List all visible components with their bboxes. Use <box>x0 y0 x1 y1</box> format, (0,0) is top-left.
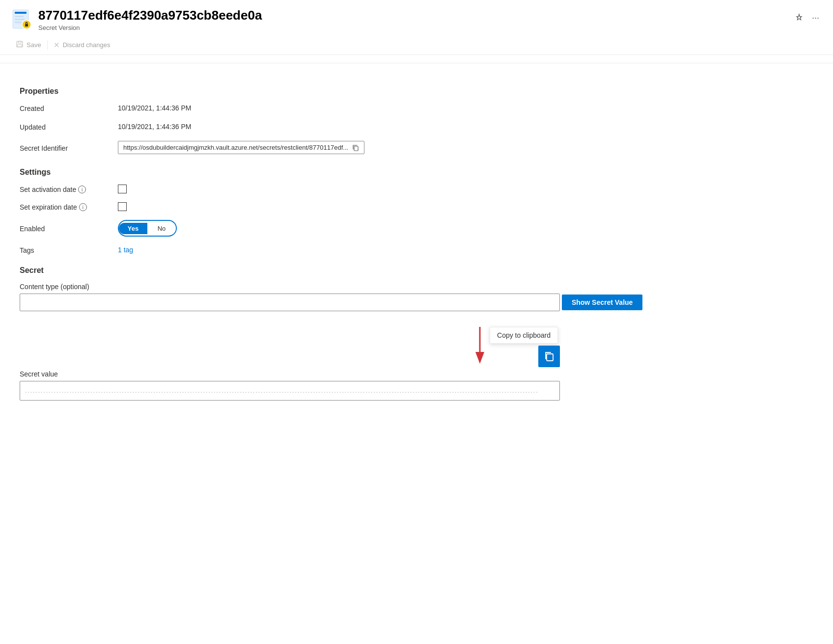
toolbar-separator <box>0 63 833 63</box>
settings-section: Settings Set activation date i Set expir… <box>20 168 813 254</box>
enabled-label: Enabled <box>20 220 118 237</box>
close-icon: ✕ <box>54 41 60 50</box>
svg-rect-3 <box>15 19 25 20</box>
save-button[interactable]: Save <box>12 38 45 52</box>
header-text-group: 8770117edf6e4f2390a9753cb8eede0a Secret … <box>38 8 786 31</box>
copy-icon <box>352 144 359 151</box>
pin-button[interactable] <box>792 11 806 25</box>
toolbar-divider <box>47 40 48 50</box>
expiration-checkbox-wrapper <box>118 202 813 211</box>
discard-label: Discard changes <box>63 41 111 49</box>
secret-title: Secret <box>20 266 813 275</box>
svg-rect-6 <box>25 24 28 27</box>
svg-rect-4 <box>15 22 22 23</box>
expiration-label: Set expiration date i <box>20 202 118 211</box>
identifier-label: Secret Identifier <box>20 141 118 154</box>
copy-to-clipboard-button[interactable] <box>538 346 560 367</box>
header-actions: ··· <box>792 8 821 25</box>
enabled-toggle[interactable]: Yes No <box>118 220 177 237</box>
page-header: 8770117edf6e4f2390a9753cb8eede0a Secret … <box>0 0 833 35</box>
pin-icon <box>794 13 804 23</box>
copy-clipboard-icon <box>544 351 555 362</box>
secret-value-box: ........................................… <box>20 381 560 401</box>
svg-rect-2 <box>15 16 24 17</box>
secret-value-dots: ........................................… <box>25 387 555 394</box>
enabled-toggle-wrapper: Yes No <box>118 220 813 237</box>
toggle-no: No <box>147 223 176 234</box>
copy-area: Copy to clipboard <box>20 321 560 367</box>
secret-version-icon <box>12 9 32 29</box>
discard-button[interactable]: ✕ Discard changes <box>50 39 114 52</box>
activation-checkbox-wrapper <box>118 185 813 193</box>
activation-info-icon[interactable]: i <box>78 186 86 193</box>
tags-label: Tags <box>20 245 118 254</box>
created-value: 10/19/2021, 1:44:36 PM <box>118 104 813 112</box>
main-content: Properties Created 10/19/2021, 1:44:36 P… <box>0 71 833 420</box>
properties-grid: Created 10/19/2021, 1:44:36 PM Updated 1… <box>20 104 813 154</box>
tags-value-wrapper: 1 tag <box>118 245 813 254</box>
identifier-box: https://osdubuildercaidjmgjmzkh.vault.az… <box>118 141 364 154</box>
arrow-wrapper <box>461 324 486 364</box>
toggle-yes: Yes <box>119 223 147 234</box>
settings-grid: Set activation date i Set expiration dat… <box>20 185 813 254</box>
activation-label: Set activation date i <box>20 185 118 193</box>
created-label: Created <box>20 104 118 112</box>
identifier-value-group: https://osdubuildercaidjmgjmzkh.vault.az… <box>118 141 813 154</box>
red-arrow-icon <box>461 324 486 364</box>
settings-title: Settings <box>20 168 813 177</box>
svg-rect-10 <box>354 146 358 151</box>
secret-value-label: Secret value <box>20 370 813 378</box>
expiration-info-icon[interactable]: i <box>79 203 87 211</box>
identifier-text: https://osdubuildercaidjmgjmzkh.vault.az… <box>123 144 348 151</box>
tags-link[interactable]: 1 tag <box>118 246 133 254</box>
save-svg <box>16 40 24 48</box>
properties-title: Properties <box>20 87 813 96</box>
properties-section: Properties Created 10/19/2021, 1:44:36 P… <box>20 87 813 154</box>
updated-value: 10/19/2021, 1:44:36 PM <box>118 122 813 131</box>
content-type-label: Content type (optional) <box>20 283 813 291</box>
show-secret-button[interactable]: Show Secret Value <box>562 295 643 310</box>
activation-checkbox[interactable] <box>118 185 127 193</box>
copy-tooltip: Copy to clipboard <box>490 327 558 344</box>
svg-rect-7 <box>17 41 23 47</box>
toolbar: Save ✕ Discard changes <box>0 35 833 55</box>
copy-identifier-button[interactable] <box>352 144 359 151</box>
content-type-input[interactable] <box>20 294 560 311</box>
ellipsis-icon: ··· <box>812 13 819 23</box>
svg-rect-8 <box>18 41 21 43</box>
svg-rect-1 <box>15 12 27 14</box>
svg-rect-9 <box>17 45 22 47</box>
secret-section: Secret Content type (optional) Show Secr… <box>20 266 813 401</box>
page-subtitle: Secret Version <box>38 24 786 31</box>
save-icon <box>16 40 24 50</box>
expiration-checkbox[interactable] <box>118 202 127 211</box>
updated-label: Updated <box>20 122 118 131</box>
save-label: Save <box>27 41 41 49</box>
more-options-button[interactable]: ··· <box>810 11 821 25</box>
page-title: 8770117edf6e4f2390a9753cb8eede0a <box>38 8 786 23</box>
copy-tooltip-btn-group: Copy to clipboard <box>490 321 560 367</box>
